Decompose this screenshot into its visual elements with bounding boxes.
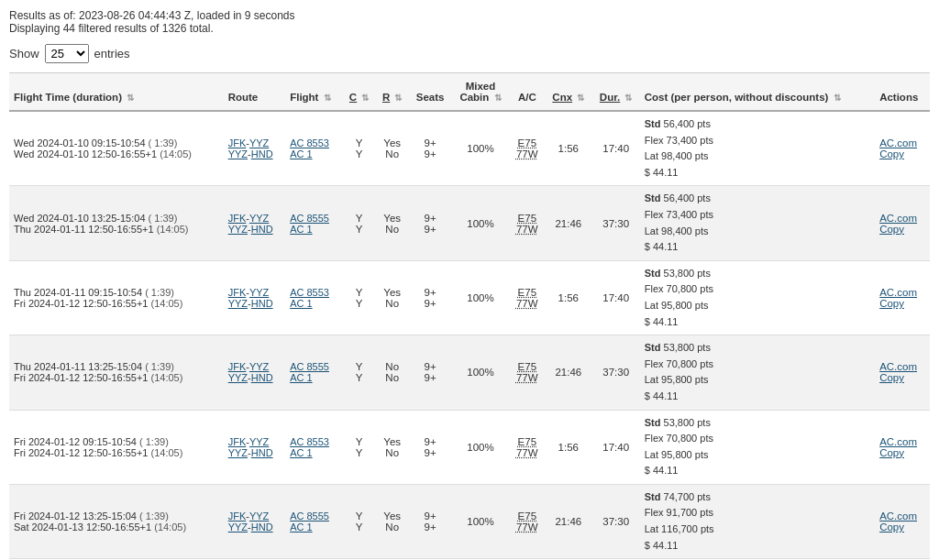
entries-select[interactable]: 10 25 50 100 bbox=[45, 44, 89, 63]
action-link[interactable]: AC.com bbox=[879, 137, 925, 148]
flight-cell: AC 8555AC 1 bbox=[285, 186, 342, 260]
flight-link[interactable]: AC 1 bbox=[290, 224, 312, 235]
route-to-link[interactable]: HND bbox=[251, 224, 273, 235]
dur-cell: 37:30 bbox=[592, 484, 640, 558]
r-cell: YesNo bbox=[376, 186, 409, 260]
col-flight: Flight ⇅ bbox=[285, 73, 342, 112]
flight-time-cell: Fri 2024-01-12 09:15-10:54 ( 1:39)Fri 20… bbox=[9, 410, 224, 484]
flight-cell: AC 8555AC 1 bbox=[285, 484, 342, 558]
action-link[interactable]: AC.com bbox=[879, 436, 925, 447]
action-link[interactable]: Copy bbox=[879, 224, 925, 235]
sort-arrows-flight[interactable]: ⇅ bbox=[324, 93, 331, 103]
route-to-link[interactable]: HND bbox=[251, 298, 273, 309]
route-to-link[interactable]: YYZ bbox=[249, 511, 269, 522]
cost-cell: Std 53,800 pts Flex 70,800 pts Lat 95,80… bbox=[640, 335, 875, 410]
flight-link[interactable]: AC 8555 bbox=[290, 361, 329, 372]
route-from-link[interactable]: JFK bbox=[228, 436, 247, 447]
sort-arrows-flight-time[interactable]: ⇅ bbox=[127, 93, 134, 103]
action-link[interactable]: AC.com bbox=[879, 361, 925, 372]
actions-cell: AC.comCopy bbox=[875, 260, 930, 335]
ac-cell: E7577W bbox=[510, 410, 546, 484]
col-cnx: Cnx ⇅ bbox=[545, 73, 591, 112]
route-from-link[interactable]: YYZ bbox=[228, 224, 248, 235]
flight-link[interactable]: AC 8553 bbox=[290, 137, 329, 148]
route-cell: JFK-YYZYYZ-HND bbox=[224, 186, 285, 260]
col-ac: A/C bbox=[510, 73, 546, 112]
route-to-link[interactable]: HND bbox=[251, 372, 273, 383]
ac-cell: E7577W bbox=[510, 111, 546, 186]
dur-cell: 17:40 bbox=[592, 410, 640, 484]
r-cell: YesNo bbox=[376, 260, 409, 335]
dur-cell: 17:40 bbox=[592, 260, 640, 335]
actions-cell: AC.comCopy bbox=[875, 186, 930, 260]
route-cell: JFK-YYZYYZ-HND bbox=[224, 410, 285, 484]
route-cell: JFK-YYZYYZ-HND bbox=[224, 111, 285, 186]
action-link[interactable]: Copy bbox=[879, 372, 925, 383]
route-to-link[interactable]: YYZ bbox=[249, 436, 269, 447]
action-link[interactable]: Copy bbox=[879, 522, 925, 533]
flight-link[interactable]: AC 8555 bbox=[290, 511, 329, 522]
c-cell: YY bbox=[343, 186, 376, 260]
sort-arrows-c[interactable]: ⇅ bbox=[361, 93, 369, 103]
route-from-link[interactable]: YYZ bbox=[228, 372, 248, 383]
route-to-link[interactable]: HND bbox=[251, 522, 273, 533]
route-from-link[interactable]: JFK bbox=[228, 137, 247, 148]
flight-link[interactable]: AC 8553 bbox=[290, 287, 329, 298]
route-from-link[interactable]: YYZ bbox=[228, 447, 248, 458]
actions-cell: AC.comCopy bbox=[875, 410, 930, 484]
action-link[interactable]: Copy bbox=[879, 447, 925, 458]
seats-cell: 9+9+ bbox=[409, 111, 452, 186]
flight-link[interactable]: AC 8553 bbox=[290, 436, 329, 447]
route-to-link[interactable]: YYZ bbox=[249, 287, 269, 298]
c-cell: YY bbox=[343, 410, 376, 484]
ac-cell: E7577W bbox=[510, 335, 546, 410]
action-link[interactable]: Copy bbox=[879, 298, 925, 309]
route-to-link[interactable]: HND bbox=[251, 447, 273, 458]
sort-arrows-r[interactable]: ⇅ bbox=[394, 93, 402, 103]
flight-link[interactable]: AC 8555 bbox=[290, 213, 329, 224]
route-from-link[interactable]: YYZ bbox=[228, 298, 248, 309]
mixed-cabin-cell: 100% bbox=[451, 260, 509, 335]
mixed-cabin-cell: 100% bbox=[451, 484, 509, 558]
route-from-link[interactable]: JFK bbox=[228, 213, 247, 224]
flight-link[interactable]: AC 1 bbox=[290, 522, 312, 533]
show-label: Show bbox=[9, 47, 39, 60]
flight-link[interactable]: AC 1 bbox=[290, 447, 312, 458]
sort-arrows-mixed-cabin[interactable]: ⇅ bbox=[494, 93, 502, 103]
actions-cell: AC.comCopy bbox=[875, 484, 930, 558]
route-from-link[interactable]: YYZ bbox=[228, 148, 248, 159]
flight-time-cell: Fri 2024-01-12 13:25-15:04 ( 1:39)Sat 20… bbox=[9, 484, 224, 558]
route-from-link[interactable]: JFK bbox=[228, 361, 247, 372]
route-to-link[interactable]: HND bbox=[251, 148, 273, 159]
cnx-cell: 1:56 bbox=[545, 111, 591, 186]
seats-cell: 9+9+ bbox=[409, 260, 452, 335]
action-link[interactable]: AC.com bbox=[879, 213, 925, 224]
dur-cell: 37:30 bbox=[592, 186, 640, 260]
r-cell: YesNo bbox=[376, 111, 409, 186]
r-cell: YesNo bbox=[376, 410, 409, 484]
table-row: Fri 2024-01-12 09:15-10:54 ( 1:39)Fri 20… bbox=[9, 410, 930, 484]
flight-link[interactable]: AC 1 bbox=[290, 148, 312, 159]
entries-label: entries bbox=[94, 47, 130, 60]
action-link[interactable]: AC.com bbox=[879, 287, 925, 298]
cnx-cell: 1:56 bbox=[545, 260, 591, 335]
route-to-link[interactable]: YYZ bbox=[249, 361, 269, 372]
route-to-link[interactable]: YYZ bbox=[249, 213, 269, 224]
route-to-link[interactable]: YYZ bbox=[249, 137, 269, 148]
cnx-cell: 1:56 bbox=[545, 410, 591, 484]
sort-arrows-cnx[interactable]: ⇅ bbox=[577, 93, 584, 103]
flight-time-cell: Wed 2024-01-10 13:25-15:04 ( 1:39)Thu 20… bbox=[9, 186, 224, 260]
action-link[interactable]: Copy bbox=[879, 148, 925, 159]
cost-cell: Std 56,400 pts Flex 73,400 pts Lat 98,40… bbox=[640, 186, 875, 260]
flight-link[interactable]: AC 1 bbox=[290, 298, 312, 309]
sort-arrows-dur[interactable]: ⇅ bbox=[624, 93, 632, 103]
flight-cell: AC 8553AC 1 bbox=[285, 410, 342, 484]
col-r: R ⇅ bbox=[376, 73, 409, 112]
route-from-link[interactable]: YYZ bbox=[228, 522, 248, 533]
route-from-link[interactable]: JFK bbox=[228, 287, 247, 298]
sort-arrows-cost[interactable]: ⇅ bbox=[834, 93, 841, 103]
flight-link[interactable]: AC 1 bbox=[290, 372, 312, 383]
route-from-link[interactable]: JFK bbox=[228, 511, 247, 522]
r-cell: NoNo bbox=[376, 335, 409, 410]
action-link[interactable]: AC.com bbox=[879, 511, 925, 522]
